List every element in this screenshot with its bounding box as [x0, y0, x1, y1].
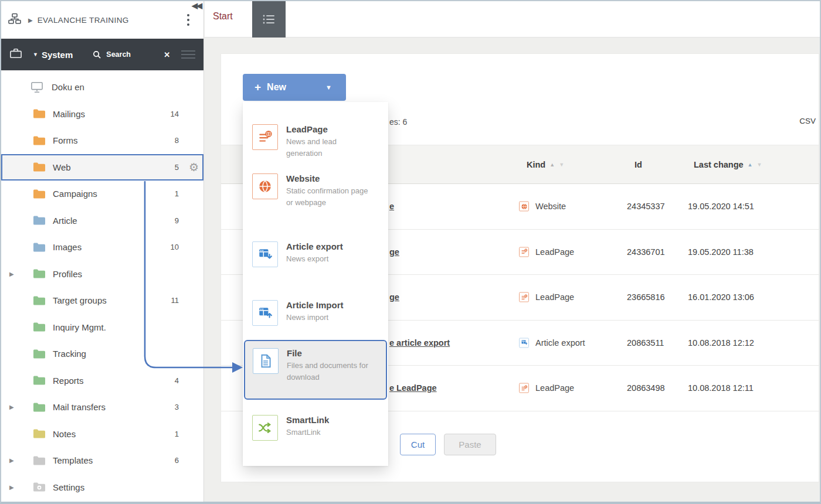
folder-label: Web: [53, 162, 71, 172]
kind-cell: LeadPage: [535, 292, 574, 302]
entries-count: es: 6: [389, 117, 407, 127]
menu-item-subtitle: SmartLink: [286, 427, 329, 438]
new-dropdown-caret-icon[interactable]: ▼: [325, 84, 332, 91]
folder-count: 4: [155, 376, 179, 385]
cut-button[interactable]: Cut: [400, 434, 436, 455]
new-menu-item-website[interactable]: WebsiteStatic confirmation page or webpa…: [243, 173, 388, 230]
last-change-cell: 10.08.2018 12:11: [688, 383, 754, 393]
sidebar-item-forms[interactable]: Forms8: [1, 127, 203, 154]
briefcase-icon[interactable]: [9, 47, 22, 62]
folder-icon: [33, 189, 46, 199]
collapse-sidebar-icon[interactable]: ◀◀: [192, 1, 201, 10]
sidebar-item-reports[interactable]: Reports4: [1, 367, 203, 394]
folder-count: 11: [155, 296, 179, 305]
folder-icon: [33, 295, 46, 306]
folder-label: Article: [53, 216, 77, 226]
sidebar-item-tracking[interactable]: Tracking: [1, 340, 203, 367]
sidebar-item-target-groups[interactable]: Target groups11: [1, 287, 203, 314]
sort-desc-icon[interactable]: ▼: [559, 162, 564, 168]
sidebar-item-mail-transfers[interactable]: ▶Mail transfers3: [1, 394, 203, 421]
search-icon: [93, 50, 101, 59]
object-name-link[interactable]: ge: [389, 247, 399, 257]
article-import-icon: [252, 300, 278, 326]
leadpage-icon: [519, 383, 529, 393]
file-icon: [253, 348, 279, 374]
new-menu-item-leadpage[interactable]: LeadPageNews and lead generation: [243, 124, 388, 169]
expand-caret-icon[interactable]: ▶: [9, 404, 16, 410]
object-name-link[interactable]: e: [389, 202, 394, 211]
menu-item-title: SmartLink: [286, 415, 329, 425]
sidebar-item-profiles[interactable]: ▶Profiles: [1, 261, 203, 288]
expand-caret-icon[interactable]: ▶: [9, 484, 16, 491]
workspace-title: EVALANCHE TRAINING: [38, 16, 129, 25]
sidebar-item-web[interactable]: Web5⚙: [1, 154, 203, 181]
new-menu-item-article-import[interactable]: Article ImportNews import: [243, 300, 388, 345]
sidebar-toolbar: ▼ System ✕: [1, 39, 203, 70]
sidebar-item-images[interactable]: Images10: [1, 234, 203, 261]
object-name-link[interactable]: e LeadPage: [389, 383, 437, 393]
paste-button: Paste: [444, 434, 496, 455]
folder-icon: [33, 135, 46, 146]
new-menu-item-article-export[interactable]: Article exportNews export: [243, 241, 388, 286]
csv-export-link[interactable]: CSV: [799, 117, 816, 125]
folder-label: Reports: [53, 376, 84, 386]
sort-asc-icon[interactable]: ▲: [549, 162, 555, 168]
expand-caret-icon[interactable]: ▶: [9, 271, 16, 277]
menu-item-title: Article Import: [286, 300, 344, 310]
folder-label: Mail transfers: [53, 402, 106, 412]
search-input[interactable]: [106, 50, 153, 59]
workspace-menu-icon[interactable]: [187, 14, 189, 26]
menu-item-subtitle: News import: [286, 312, 344, 323]
column-header-kind[interactable]: Kind ▲ ▼: [527, 145, 564, 183]
folder-icon: [33, 455, 46, 466]
article-export-icon: [519, 338, 529, 348]
tab-start[interactable]: Start: [213, 11, 233, 22]
smartlink-icon: [252, 415, 278, 441]
sidebar-item-mailings[interactable]: Mailings14: [1, 101, 203, 128]
menu-item-subtitle: Static confirmation page or webpage: [286, 185, 374, 208]
folder-icon: [33, 215, 46, 226]
clear-search-icon[interactable]: ✕: [164, 50, 170, 59]
expand-caret-icon[interactable]: ▶: [9, 457, 16, 464]
object-name-link[interactable]: e article export: [389, 338, 450, 348]
tab-list-view[interactable]: [252, 1, 286, 38]
new-button[interactable]: + New ▼: [243, 74, 346, 101]
sort-asc-icon[interactable]: ▲: [748, 162, 753, 168]
sidebar-item-article[interactable]: Article9: [1, 207, 203, 234]
folder-icon: [33, 162, 46, 172]
plus-icon: +: [255, 81, 261, 94]
kind-cell: LeadPage: [535, 383, 574, 393]
folder-count: 1: [155, 189, 179, 198]
workspace-expand-icon[interactable]: ▶: [28, 17, 33, 23]
sidebar-menu-icon[interactable]: [181, 50, 195, 59]
folder-label: Target groups: [53, 295, 107, 305]
folder-label: Templates: [53, 455, 93, 465]
new-menu-item-smartlink[interactable]: SmartLinkSmartLink: [243, 415, 388, 459]
sidebar-item-inquiry-mgmt[interactable]: Inquiry Mgmt.: [1, 314, 203, 341]
sidebar-item-templates[interactable]: ▶Templates6: [1, 447, 203, 474]
folder-count: 10: [155, 243, 179, 251]
folder-icon: [33, 402, 46, 413]
sidebar-item-notes[interactable]: Notes1: [1, 421, 203, 448]
sidebar-item-campaigns[interactable]: Campaigns1: [1, 181, 203, 207]
folder-settings-gear-icon[interactable]: ⚙: [189, 162, 199, 173]
sidebar-item-settings[interactable]: ▶Settings: [1, 474, 203, 501]
new-button-label: New: [267, 82, 286, 93]
column-header-last-change[interactable]: Last change ▲ ▼: [694, 145, 762, 183]
folder-count: 6: [155, 456, 179, 465]
column-header-id[interactable]: Id: [635, 145, 642, 183]
section-selector[interactable]: ▼ System: [33, 50, 73, 60]
object-name-link[interactable]: ge: [389, 292, 399, 302]
menu-item-title: Article export: [286, 241, 343, 251]
tab-bar: Start: [205, 1, 820, 38]
folder-icon: [33, 322, 46, 332]
leadpage-icon: [252, 124, 278, 150]
website-icon: [519, 202, 529, 212]
folder-tree: Doku enMailings14Forms8Web5⚙Campaigns1Ar…: [1, 74, 203, 500]
sort-desc-icon[interactable]: ▼: [757, 162, 762, 168]
folder-label: Settings: [53, 482, 84, 492]
new-menu-item-file[interactable]: FileFiles and documents for download: [244, 340, 387, 400]
sitemap-icon[interactable]: [8, 13, 21, 27]
sidebar-item-doku-en[interactable]: Doku en: [1, 74, 203, 101]
website-icon: [252, 173, 278, 199]
